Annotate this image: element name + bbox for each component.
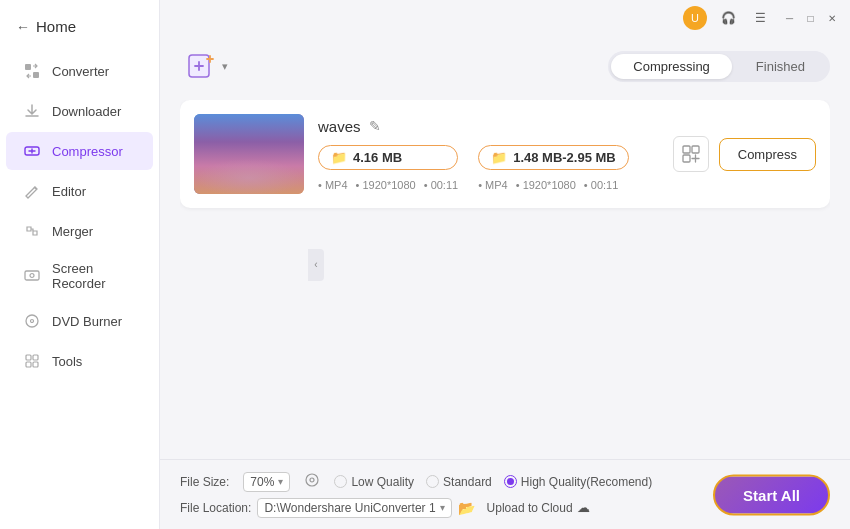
dvd-burner-icon [22,311,42,331]
svg-point-16 [310,478,314,482]
thumbnail-image [194,114,304,194]
compress-section: Compress [673,136,816,172]
svg-rect-3 [25,271,39,280]
home-label: Home [36,18,76,35]
svg-point-6 [31,320,34,323]
file-card: waves ✎ 📁 4.16 MB MP4 1920*10 [180,100,830,208]
svg-rect-12 [683,146,690,153]
svg-rect-10 [33,362,38,367]
compress-settings-button[interactable] [673,136,709,172]
sidebar-item-tools[interactable]: Tools [6,342,153,380]
titlebar-icons: U 🎧 ☰ [683,6,771,30]
upload-cloud-button[interactable]: Upload to Cloud ☁ [487,500,590,515]
bottom-bar: File Size: 70% ▾ Low Quality Standard [160,459,850,529]
file-thumbnail [194,114,304,194]
maximize-button[interactable]: □ [804,12,817,25]
svg-rect-7 [26,355,31,360]
sidebar-collapse-button[interactable]: ‹ [308,249,324,281]
editor-label: Editor [52,184,86,199]
minimize-button[interactable]: ─ [783,12,796,25]
file-name-row: waves ✎ [318,118,659,135]
tools-icon [22,351,42,371]
merger-label: Merger [52,224,93,239]
files-area: waves ✎ 📁 4.16 MB MP4 1920*10 [180,100,830,459]
downloader-label: Downloader [52,104,121,119]
folder-icon-compressed: 📁 [491,150,507,165]
original-size-value: 4.16 MB [353,150,402,165]
svg-rect-0 [25,64,31,70]
home-nav[interactable]: ← Home [0,10,159,51]
quality-select[interactable]: 70% ▾ [243,472,290,492]
close-button[interactable]: ✕ [825,12,838,25]
editor-icon [22,181,42,201]
radio-circle-high [504,475,517,488]
tabs-container: Compressing Finished [608,51,830,82]
dropdown-arrow-icon: ▾ [278,476,283,487]
file-name: waves [318,118,361,135]
file-location-label: File Location: [180,501,251,515]
content-area: ▾ Compressing Finished waves ✎ [160,36,850,459]
location-path-value: D:\Wondershare UniConverter 1 [264,501,435,515]
svg-rect-14 [683,155,690,162]
compressed-size-box: 📁 1.48 MB-2.95 MB [478,145,629,170]
radio-dot-high [507,478,514,485]
sidebar: ← Home Converter Downloader [0,0,160,529]
folder-icon-original: 📁 [331,150,347,165]
radio-circle-low [334,475,347,488]
downloader-icon [22,101,42,121]
tab-compressing[interactable]: Compressing [611,54,732,79]
user-avatar[interactable]: U [683,6,707,30]
sidebar-item-screen-recorder[interactable]: Screen Recorder [6,252,153,300]
radio-standard[interactable]: Standard [426,475,492,489]
quality-value: 70% [250,475,274,489]
headphone-icon[interactable]: 🎧 [717,7,739,29]
compressor-icon [22,141,42,161]
converter-icon [22,61,42,81]
add-file-button[interactable]: ▾ [180,46,234,86]
radio-high-quality[interactable]: High Quality(Recomend) [504,475,652,489]
svg-point-4 [30,274,34,278]
file-info: waves ✎ 📁 4.16 MB MP4 1920*10 [318,118,659,191]
sidebar-item-dvd-burner[interactable]: DVD Burner [6,302,153,340]
merger-icon [22,221,42,241]
screen-recorder-label: Screen Recorder [52,261,137,291]
back-arrow-icon: ← [16,19,30,35]
screen-recorder-icon [22,266,42,286]
cloud-icon: ☁ [577,500,590,515]
upload-cloud-label: Upload to Cloud [487,501,573,515]
converter-label: Converter [52,64,109,79]
main-content: U 🎧 ☰ ─ □ ✕ ▾ [160,0,850,529]
svg-rect-8 [33,355,38,360]
compressed-file-meta: MP4 1920*1080 00:11 [478,179,629,191]
svg-point-5 [26,315,38,327]
svg-point-15 [306,474,318,486]
file-size-label: File Size: [180,475,229,489]
folder-browse-icon[interactable]: 📂 [458,500,475,516]
sidebar-item-merger[interactable]: Merger [6,212,153,250]
menu-icon[interactable]: ☰ [749,7,771,29]
compressor-label: Compressor [52,144,123,159]
window-controls: ─ □ ✕ [783,12,838,25]
quality-settings-icon[interactable] [304,472,320,491]
svg-rect-9 [26,362,31,367]
quality-radio-group: Low Quality Standard High Quality(Recome… [334,475,652,489]
svg-rect-1 [33,72,39,78]
add-file-dropdown-arrow: ▾ [222,60,228,73]
compressed-size-value: 1.48 MB-2.95 MB [513,150,616,165]
sidebar-item-downloader[interactable]: Downloader [6,92,153,130]
compress-button[interactable]: Compress [719,138,816,171]
file-sizes-row: 📁 4.16 MB MP4 1920*1080 00:11 [318,145,659,191]
radio-low-quality[interactable]: Low Quality [334,475,414,489]
tools-label: Tools [52,354,82,369]
location-path-select[interactable]: D:\Wondershare UniConverter 1 ▾ [257,498,451,518]
tab-finished[interactable]: Finished [734,54,827,79]
start-all-button[interactable]: Start All [713,474,830,515]
sidebar-item-converter[interactable]: Converter [6,52,153,90]
titlebar: U 🎧 ☰ ─ □ ✕ [160,0,850,36]
sidebar-item-compressor[interactable]: Compressor [6,132,153,170]
sidebar-item-editor[interactable]: Editor [6,172,153,210]
add-file-icon [186,50,218,82]
edit-icon[interactable]: ✎ [369,118,381,134]
radio-circle-standard [426,475,439,488]
dropdown-arrow-location-icon: ▾ [440,502,445,513]
